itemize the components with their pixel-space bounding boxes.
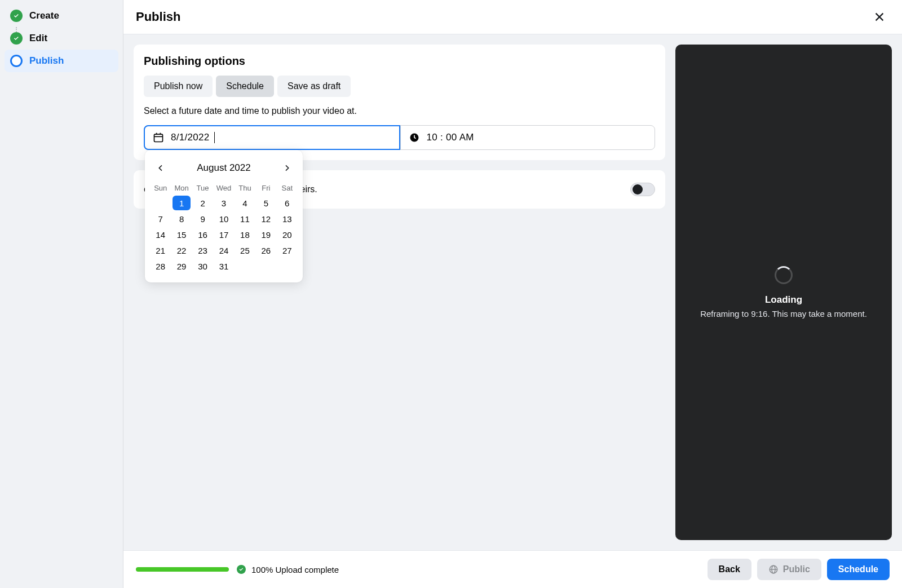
content: Publishing options Publish now Schedule …: [123, 34, 902, 550]
page-title: Publish: [136, 10, 180, 24]
check-icon: [10, 32, 23, 45]
preview-panel: Loading Reframing to 9:16. This may take…: [675, 45, 892, 540]
time-value: 10 : 00 AM: [427, 132, 474, 143]
preview-subtitle: Reframing to 9:16. This may take a momen…: [700, 309, 867, 319]
remix-toggle[interactable]: [630, 183, 655, 196]
left-column: Publishing options Publish now Schedule …: [134, 45, 665, 540]
step-label: Publish: [29, 55, 64, 67]
calendar-day[interactable]: 2: [194, 196, 212, 210]
calendar-day[interactable]: 8: [173, 211, 191, 226]
date-input[interactable]: 8/1/2022 August 2022: [144, 125, 400, 150]
chevron-left-icon: [156, 163, 165, 173]
privacy-button[interactable]: Public: [757, 559, 821, 580]
calendar-day[interactable]: 3: [215, 196, 233, 210]
calendar-day[interactable]: 30: [194, 259, 212, 273]
calendar-day[interactable]: 26: [257, 243, 275, 258]
step-publish[interactable]: Publish: [5, 50, 118, 72]
calendar-day[interactable]: 7: [152, 211, 170, 226]
step-edit[interactable]: Edit: [5, 27, 118, 50]
clock-icon: [409, 132, 420, 143]
date-value: 8/1/2022: [171, 132, 210, 143]
calendar-day[interactable]: 28: [152, 259, 170, 273]
calendar-day[interactable]: 10: [215, 211, 233, 226]
calendar-day[interactable]: 4: [236, 196, 254, 210]
check-icon: [10, 10, 23, 22]
tab-publish-now[interactable]: Publish now: [144, 76, 213, 97]
svg-rect-0: [154, 134, 163, 142]
calendar-dow: Sat: [277, 182, 297, 194]
calendar-day[interactable]: 21: [152, 243, 170, 258]
calendar-dow: Fri: [256, 182, 276, 194]
close-button[interactable]: [869, 7, 890, 27]
tab-save-draft[interactable]: Save as draft: [277, 76, 351, 97]
check-icon: [237, 565, 246, 574]
publishing-options-card: Publishing options Publish now Schedule …: [134, 45, 665, 160]
step-label: Edit: [29, 33, 47, 44]
calendar-day[interactable]: 31: [215, 259, 233, 273]
calendar-day[interactable]: 6: [278, 196, 296, 210]
time-input[interactable]: 10 : 00 AM: [400, 126, 655, 149]
sidebar: Create Edit Publish: [0, 0, 123, 588]
upload-progress-bar: [136, 567, 229, 572]
back-button[interactable]: Back: [708, 559, 751, 580]
card-title: Publishing options: [144, 55, 655, 68]
calendar-dow: Sun: [151, 182, 170, 194]
upload-status-text: 100% Upload complete: [251, 565, 339, 574]
calendar-day[interactable]: 5: [257, 196, 275, 210]
calendar-day[interactable]: 14: [152, 227, 170, 242]
main: Publish Publishing options Publish now S…: [123, 0, 902, 588]
calendar-day[interactable]: 19: [257, 227, 275, 242]
globe-icon: [768, 564, 779, 574]
loading-spinner-icon: [775, 266, 793, 284]
calendar-day[interactable]: 25: [236, 243, 254, 258]
calendar-dow: Thu: [235, 182, 255, 194]
calendar-day[interactable]: 13: [278, 211, 296, 226]
calendar-day[interactable]: 11: [236, 211, 254, 226]
schedule-button[interactable]: Schedule: [827, 559, 890, 580]
next-month-button[interactable]: [279, 160, 295, 176]
date-picker: August 2022 SunMonTueWedThuFriSat1234567…: [145, 150, 303, 282]
calendar-icon: [153, 132, 164, 143]
calendar-grid: SunMonTueWedThuFriSat1234567891011121314…: [151, 182, 297, 273]
prev-month-button[interactable]: [153, 160, 169, 176]
calendar-day[interactable]: 12: [257, 211, 275, 226]
calendar-day[interactable]: 20: [278, 227, 296, 242]
calendar-dow: Mon: [171, 182, 191, 194]
calendar-day[interactable]: 18: [236, 227, 254, 242]
preview-title: Loading: [765, 294, 802, 306]
calendar-dow: Tue: [193, 182, 213, 194]
calendar-day[interactable]: 22: [173, 243, 191, 258]
calendar-day[interactable]: 29: [173, 259, 191, 273]
calendar-day[interactable]: 23: [194, 243, 212, 258]
calendar-day[interactable]: 1: [173, 196, 191, 210]
calendar-day[interactable]: 17: [215, 227, 233, 242]
chevron-right-icon: [282, 163, 291, 173]
publish-option-tabs: Publish now Schedule Save as draft: [144, 76, 655, 97]
calendar-day[interactable]: 24: [215, 243, 233, 258]
step-create[interactable]: Create: [5, 5, 118, 27]
calendar-day[interactable]: 9: [194, 211, 212, 226]
calendar-month-label: August 2022: [197, 162, 250, 174]
step-label: Create: [29, 10, 59, 21]
circle-icon: [10, 55, 23, 67]
header: Publish: [123, 0, 902, 34]
calendar-day[interactable]: 15: [173, 227, 191, 242]
calendar-dow: Wed: [214, 182, 233, 194]
privacy-label: Public: [783, 564, 810, 574]
footer: 100% Upload complete Back Public Schedul…: [123, 550, 902, 588]
datetime-row: 8/1/2022 August 2022: [144, 125, 655, 150]
calendar-day[interactable]: 16: [194, 227, 212, 242]
schedule-help-text: Select a future date and time to publish…: [144, 106, 655, 116]
tab-schedule[interactable]: Schedule: [216, 76, 274, 97]
close-icon: [873, 11, 886, 23]
calendar-day[interactable]: 27: [278, 243, 296, 258]
